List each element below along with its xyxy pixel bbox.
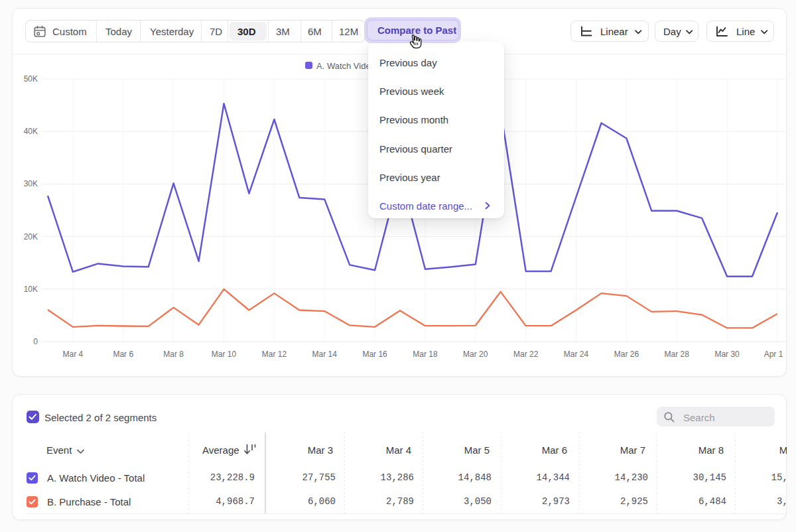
svg-text:Mar 22: Mar 22	[513, 350, 539, 359]
svg-text:Mar 16: Mar 16	[362, 350, 387, 359]
svg-text:Mar 14: Mar 14	[312, 350, 338, 359]
svg-text:Mar 26: Mar 26	[614, 350, 639, 359]
svg-text:10K: 10K	[24, 285, 38, 294]
svg-text:Mar 10: Mar 10	[212, 350, 237, 359]
svg-text:0: 0	[33, 337, 38, 346]
svg-text:Mar 18: Mar 18	[413, 350, 438, 359]
svg-text:Mar 8: Mar 8	[163, 350, 184, 359]
svg-text:Mar 20: Mar 20	[463, 350, 488, 359]
svg-text:40K: 40K	[24, 127, 38, 136]
svg-text:Mar 30: Mar 30	[714, 350, 740, 359]
svg-text:20K: 20K	[24, 232, 38, 241]
svg-text:Apr 1: Apr 1	[764, 350, 783, 359]
svg-text:Mar 24: Mar 24	[564, 350, 589, 359]
svg-text:Mar 6: Mar 6	[113, 350, 133, 359]
svg-text:Mar 12: Mar 12	[262, 350, 287, 359]
svg-text:30K: 30K	[24, 179, 38, 188]
svg-text:50K: 50K	[24, 74, 38, 84]
svg-text:Mar 4: Mar 4	[63, 350, 84, 359]
svg-text:Mar 28: Mar 28	[665, 350, 690, 359]
